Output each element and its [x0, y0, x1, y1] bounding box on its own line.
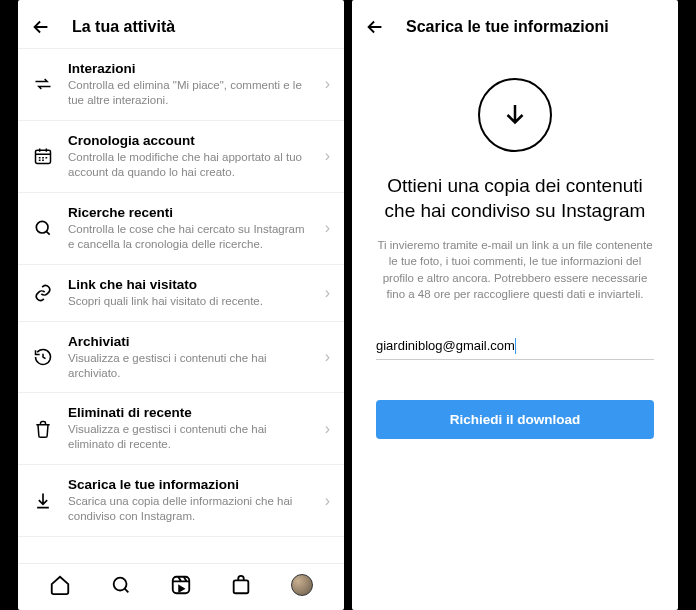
row-title: Interazioni	[68, 61, 311, 76]
status-bar	[18, 0, 344, 8]
search-nav-icon[interactable]	[110, 574, 132, 596]
svg-point-1	[36, 222, 48, 234]
row-title: Archiviati	[68, 334, 311, 349]
chevron-right-icon: ›	[325, 219, 330, 237]
bottom-nav	[18, 563, 344, 610]
archived-row[interactable]: Archiviati Visualizza e gestisci i conte…	[18, 322, 344, 394]
recent-searches-row[interactable]: Ricerche recenti Controlla le cose che h…	[18, 193, 344, 265]
recently-deleted-row[interactable]: Eliminati di recente Visualizza e gestis…	[18, 393, 344, 465]
row-text: Eliminati di recente Visualizza e gestis…	[68, 405, 311, 452]
row-title: Eliminati di recente	[68, 405, 311, 420]
main-heading: Ottieni una copia dei contenuti che hai …	[376, 174, 654, 223]
download-info-screen: Scarica le tue informazioni Ottieni una …	[352, 0, 678, 610]
row-subtitle: Visualizza e gestisci i contenuti che ha…	[68, 351, 311, 381]
row-text: Ricerche recenti Controlla le cose che h…	[68, 205, 311, 252]
activity-screen: La tua attività Interazioni Controlla ed…	[18, 0, 344, 610]
chevron-right-icon: ›	[325, 147, 330, 165]
download-data-row[interactable]: Scarica le tue informazioni Scarica una …	[18, 465, 344, 537]
row-text: Archiviati Visualizza e gestisci i conte…	[68, 334, 311, 381]
row-subtitle: Scopri quali link hai visitato di recent…	[68, 294, 311, 309]
row-title: Cronologia account	[68, 133, 311, 148]
page-title: La tua attività	[72, 18, 175, 36]
text-cursor	[515, 338, 516, 354]
email-field-wrap	[376, 332, 654, 360]
svg-rect-4	[234, 580, 249, 593]
download-icon	[32, 490, 54, 512]
row-title: Ricerche recenti	[68, 205, 311, 220]
chevron-right-icon: ›	[325, 348, 330, 366]
interactions-icon	[32, 73, 54, 95]
request-download-button[interactable]: Richiedi il download	[376, 400, 654, 439]
row-subtitle: Controlla le cose che hai cercato su Ins…	[68, 222, 311, 252]
page-title: Scarica le tue informazioni	[406, 18, 609, 36]
status-bar	[352, 0, 678, 8]
content-area: Ottieni una copia dei contenuti che hai …	[352, 48, 678, 610]
trash-icon	[32, 418, 54, 440]
svg-rect-0	[36, 150, 51, 163]
reels-icon[interactable]	[170, 574, 192, 596]
chevron-right-icon: ›	[325, 75, 330, 93]
account-history-row[interactable]: Cronologia account Controlla le modifich…	[18, 121, 344, 193]
back-icon[interactable]	[364, 16, 386, 38]
row-title: Link che hai visitato	[68, 277, 311, 292]
archive-icon	[32, 346, 54, 368]
shop-icon[interactable]	[230, 574, 252, 596]
link-icon	[32, 282, 54, 304]
chevron-right-icon: ›	[325, 420, 330, 438]
description-text: Ti invieremo tramite e-mail un link a un…	[376, 237, 654, 301]
links-visited-row[interactable]: Link che hai visitato Scopri quali link …	[18, 265, 344, 322]
chevron-right-icon: ›	[325, 492, 330, 510]
profile-avatar[interactable]	[291, 574, 313, 596]
calendar-icon	[32, 145, 54, 167]
row-text: Link che hai visitato Scopri quali link …	[68, 277, 311, 309]
row-subtitle: Controlla le modifiche che hai apportato…	[68, 150, 311, 180]
svg-point-2	[113, 578, 126, 591]
row-subtitle: Visualizza e gestisci i contenuti che ha…	[68, 422, 311, 452]
row-subtitle: Scarica una copia delle informazioni che…	[68, 494, 311, 524]
activity-list: Interazioni Controlla ed elimina "Mi pia…	[18, 48, 344, 563]
search-icon	[32, 217, 54, 239]
row-title: Scarica le tue informazioni	[68, 477, 311, 492]
chevron-right-icon: ›	[325, 284, 330, 302]
header: Scarica le tue informazioni	[352, 8, 678, 48]
header: La tua attività	[18, 8, 344, 48]
home-icon[interactable]	[49, 574, 71, 596]
row-text: Scarica le tue informazioni Scarica una …	[68, 477, 311, 524]
back-icon[interactable]	[30, 16, 52, 38]
row-text: Interazioni Controlla ed elimina "Mi pia…	[68, 61, 311, 108]
row-subtitle: Controlla ed elimina "Mi piace", comment…	[68, 78, 311, 108]
row-text: Cronologia account Controlla le modifich…	[68, 133, 311, 180]
interactions-row[interactable]: Interazioni Controlla ed elimina "Mi pia…	[18, 49, 344, 121]
download-circle-icon	[478, 78, 552, 152]
